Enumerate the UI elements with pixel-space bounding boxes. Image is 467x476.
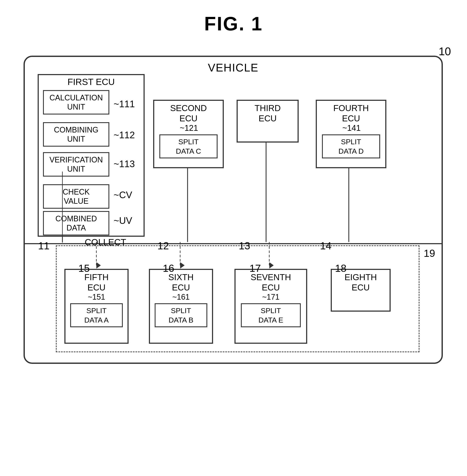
ref-10: 10 (439, 45, 451, 58)
second-ecu-split-label: SPLIT DATA C (176, 138, 201, 155)
third-ecu-label: THIRD ECU (238, 101, 298, 123)
second-ecu-box: SECOND ECU ~121 SPLIT DATA C (153, 100, 224, 168)
eighth-ecu-box: EIGHTH ECU (331, 269, 391, 312)
verification-unit-box: VERIFICATION UNIT (43, 152, 109, 177)
ref-uv: ~UV (114, 215, 132, 226)
fifth-ecu-split-label: SPLIT DATA A (84, 306, 109, 324)
combined-data-box: COMBINED DATA (43, 211, 109, 236)
second-ecu-label: SECOND ECU (154, 101, 223, 123)
ref-13: 13 (239, 240, 250, 252)
fifth-ecu-box: FIFTH ECU ~151 SPLIT DATA A (65, 269, 129, 344)
first-ecu-label: FIRST ECU (68, 77, 115, 87)
third-ecu-box: THIRD ECU (237, 100, 299, 143)
seventh-ecu-split-label: SPLIT DATA E (259, 306, 283, 324)
figure-title: FIG. 1 (204, 13, 263, 35)
ref-12: 12 (157, 240, 169, 252)
combined-data-label: COMBINED DATA (55, 214, 97, 232)
ref-113: ~113 (114, 159, 135, 169)
ref-11: 11 (38, 240, 49, 252)
ref-17: 17 (249, 262, 261, 274)
sixth-ecu-box: SIXTH ECU ~161 SPLIT DATA B (149, 269, 213, 344)
fourth-ecu-label: FOURTH ECU (317, 101, 385, 123)
ref-18: 18 (335, 262, 346, 274)
ref-15: 15 (78, 262, 90, 274)
first-ecu-box: FIRST ECU CALCULATION UNIT ~111 COMBININ… (38, 74, 145, 237)
seventh-ecu-label: SEVENTH ECU (235, 270, 306, 292)
combining-unit-label: COMBINING UNIT (54, 125, 98, 143)
sixth-ecu-split-box: SPLIT DATA B (155, 303, 208, 327)
ref-14: 14 (320, 240, 331, 252)
page: FIG. 1 10 VEHICLE FIRST ECU CALCULATION … (0, 0, 467, 476)
ref-112: ~112 (114, 130, 135, 140)
ref-111: ~111 (114, 99, 135, 109)
verification-unit-label: VERIFICATION UNIT (49, 155, 103, 173)
calculation-unit-label: CALCULATION UNIT (49, 93, 103, 111)
fourth-ecu-split-box: SPLIT DATA D (322, 134, 380, 159)
ref-19: 19 (424, 247, 435, 259)
ref-16: 16 (163, 262, 174, 274)
check-value-box: CHECK VALUE (43, 184, 109, 209)
calculation-unit-box: CALCULATION UNIT (43, 90, 109, 115)
fourth-ecu-box: FOURTH ECU ~141 SPLIT DATA D (316, 100, 386, 168)
collect-label: COLLECT (85, 237, 126, 247)
fifth-ecu-split-box: SPLIT DATA A (70, 303, 123, 327)
fifth-ecu-label: FIFTH ECU (65, 270, 128, 292)
seventh-ecu-box: SEVENTH ECU ~171 SPLIT DATA E (234, 269, 307, 344)
ref-cv: ~CV (114, 190, 132, 200)
second-ecu-split-box: SPLIT DATA C (159, 134, 218, 159)
vehicle-container: VEHICLE FIRST ECU CALCULATION UNIT ~111 … (24, 56, 443, 364)
fourth-ecu-split-label: SPLIT DATA D (338, 138, 364, 155)
sixth-ecu-label: SIXTH ECU (150, 270, 212, 292)
check-value-label: CHECK VALUE (63, 187, 90, 205)
seventh-ecu-split-box: SPLIT DATA E (241, 303, 301, 327)
combining-unit-box: COMBINING UNIT (43, 122, 109, 147)
vehicle-label: VEHICLE (208, 61, 259, 74)
sixth-ecu-split-label: SPLIT DATA B (169, 306, 193, 324)
